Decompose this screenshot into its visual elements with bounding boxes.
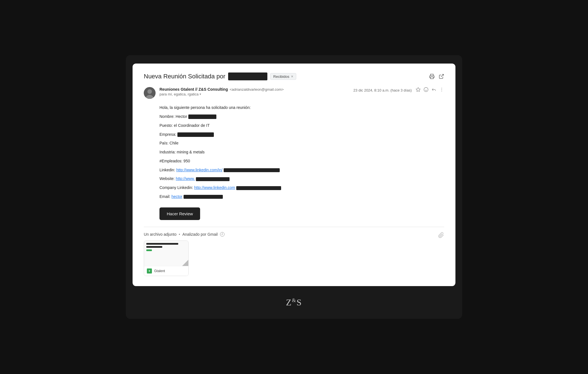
- company-linkedin-label: Company Linkedin:: [159, 185, 193, 190]
- industria-line: Industria: mining & metals: [159, 149, 444, 156]
- header-icons: [429, 74, 444, 79]
- linkedin-link[interactable]: http://www.linkedin.com/in/: [176, 168, 223, 172]
- company-linkedin-link[interactable]: http://www.linkedin.com: [194, 185, 235, 190]
- info-icon[interactable]: i: [220, 232, 224, 237]
- emoji-icon[interactable]: [423, 87, 429, 94]
- thumb-corner: [182, 260, 188, 266]
- sender-info: Reuniones Gtalent // Z&S Consulting <adr…: [159, 87, 349, 96]
- chevron-down-icon[interactable]: ▾: [200, 92, 201, 96]
- attachment-dot: •: [179, 232, 180, 237]
- empleados-label: #Empleados: 950: [159, 159, 190, 163]
- svg-point-3: [147, 89, 152, 94]
- brand-amp: &: [292, 298, 297, 303]
- attachment-thumbnail[interactable]: + Gtalent: [144, 240, 189, 276]
- thumb-footer: + Gtalent: [144, 266, 188, 276]
- brand-logo: Z&S: [286, 297, 302, 308]
- email-subject: Nueva Reunión Solicitada por Recibidos ×: [144, 73, 296, 80]
- company-linkedin-line: Company Linkedin: http://www.linkedin.co…: [159, 184, 444, 191]
- hacer-review-button[interactable]: Hacer Review: [159, 207, 200, 220]
- linkedin-line: Linkedin: http://www.linkedin.com/in/: [159, 167, 444, 174]
- website-redacted: [196, 177, 230, 181]
- linkedin-redacted: [224, 168, 280, 172]
- sender-name-row: Reuniones Gtalent // Z&S Consulting <adr…: [159, 87, 349, 92]
- email-field-label: Email:: [159, 194, 170, 199]
- svg-point-6: [424, 88, 428, 92]
- nombre-label: Nombre: Hector: [159, 114, 187, 119]
- svg-point-11: [441, 91, 442, 91]
- analyzed-label: Analizado por Gmail: [182, 232, 218, 237]
- email-card: Nueva Reunión Solicitada por Recibidos ×: [133, 64, 455, 286]
- sender-name-text: Reuniones Gtalent // Z&S Consulting: [159, 87, 228, 92]
- empleados-line: #Empleados: 950: [159, 158, 444, 165]
- email-header: Nueva Reunión Solicitada por Recibidos ×: [144, 73, 444, 80]
- thumb-line-2: [146, 246, 162, 248]
- email-link[interactable]: hector: [172, 194, 182, 199]
- thumb-line-green: [146, 249, 152, 251]
- svg-point-9: [441, 88, 442, 88]
- empresa-redacted: [177, 132, 214, 137]
- meta-icons: [416, 87, 444, 94]
- email-body: Hola, la siguiente persona ha solicitado…: [159, 104, 444, 200]
- thumb-line-1: [146, 243, 178, 245]
- nombre-line: Nombre: Hector: [159, 113, 444, 120]
- pais-line: País: Chile: [159, 140, 444, 147]
- screen-wrapper: Nueva Reunión Solicitada por Recibidos ×: [126, 55, 462, 319]
- open-external-icon[interactable]: [439, 74, 444, 79]
- avatar: [144, 87, 156, 99]
- recibidos-badge[interactable]: Recibidos ×: [270, 73, 296, 80]
- more-options-icon[interactable]: [439, 87, 444, 94]
- star-icon[interactable]: [416, 87, 421, 94]
- attachment-label: Un archivo adjunto: [144, 232, 177, 237]
- svg-line-1: [441, 74, 443, 77]
- subject-redacted: [228, 73, 267, 80]
- file-name: Gtalent: [154, 269, 165, 273]
- sender-row: Reuniones Gtalent // Z&S Consulting <adr…: [144, 87, 444, 99]
- divider: [144, 227, 444, 227]
- gtalent-icon: +: [147, 268, 152, 274]
- email-date: 23 dic 2024, 8:10 a.m. (hace 3 días): [353, 88, 412, 92]
- avatar-image: [144, 87, 156, 99]
- sender-email-text: <adrianzaldivarleon@gmail.com>: [230, 87, 284, 92]
- empresa-line: Empresa:: [159, 131, 444, 138]
- svg-marker-5: [416, 88, 420, 92]
- sender-meta: 23 dic 2024, 8:10 a.m. (hace 3 días): [353, 87, 444, 94]
- thumb-preview: [144, 241, 188, 266]
- website-link[interactable]: http://www.: [176, 176, 195, 181]
- empresa-label: Empresa:: [159, 132, 176, 137]
- attachment-header: Un archivo adjunto • Analizado por Gmail…: [144, 232, 444, 237]
- brand-z: Z: [286, 297, 292, 307]
- email-redacted: [184, 195, 223, 199]
- sender-to-row: para mí, egatica, rgatica ▾: [159, 92, 349, 96]
- company-linkedin-redacted: [236, 186, 281, 190]
- paperclip-icon: [438, 232, 444, 240]
- brand-s: S: [297, 297, 302, 307]
- attachment-section: Un archivo adjunto • Analizado por Gmail…: [144, 232, 444, 276]
- pais-label: País: Chile: [159, 141, 179, 145]
- linkedin-label: Linkedin:: [159, 168, 175, 172]
- reply-icon[interactable]: [431, 87, 436, 94]
- badge-close-icon[interactable]: ×: [291, 74, 293, 79]
- svg-point-10: [441, 89, 442, 90]
- email-line: Email: hector: [159, 193, 444, 200]
- website-label: Website:: [159, 176, 175, 181]
- print-icon[interactable]: [429, 74, 435, 79]
- svg-rect-0: [430, 77, 433, 79]
- puesto-line: Puesto: el Coordinador de IT: [159, 122, 444, 129]
- footer-brand: Z&S: [286, 297, 302, 308]
- recibidos-label: Recibidos: [273, 74, 289, 79]
- nombre-redacted: [188, 114, 216, 119]
- puesto-label: Puesto: el Coordinador de IT: [159, 123, 210, 128]
- greeting-text: Hola, la siguiente persona ha solicitado…: [159, 104, 444, 111]
- sender-to-text: para mí, egatica, rgatica: [159, 92, 198, 96]
- subject-text: Nueva Reunión Solicitada por: [144, 73, 225, 80]
- industria-label: Industria: mining & metals: [159, 150, 205, 154]
- website-line: Website: http://www.: [159, 176, 444, 182]
